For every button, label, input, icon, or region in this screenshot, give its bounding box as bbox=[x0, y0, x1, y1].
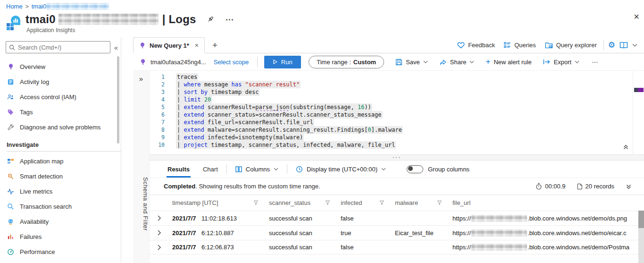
code-line-text: | where message has "scanner result" bbox=[176, 81, 301, 88]
page-title-suffix: | Logs bbox=[162, 13, 196, 26]
display-time-dropdown[interactable]: Display time (UTC+00:00) bbox=[296, 166, 386, 173]
code-line[interactable]: 6| extend scanner_status=scannerResult.s… bbox=[150, 111, 644, 119]
sidebar-item-access-control[interactable]: Access control (IAM) bbox=[0, 89, 121, 104]
breadcrumb-resource-link[interactable]: tmai0 bbox=[32, 3, 109, 10]
code-line[interactable]: 4| limit 20 bbox=[150, 96, 644, 103]
code-line[interactable]: 7| extend file_url=scannerResult.file_ur… bbox=[150, 119, 644, 126]
pin-icon[interactable] bbox=[207, 16, 214, 23]
sidebar-item-availability[interactable]: Availability bbox=[0, 214, 121, 229]
code-line[interactable]: 1traces bbox=[150, 73, 644, 81]
sidebar-item-transaction-search[interactable]: Transaction search bbox=[0, 199, 121, 214]
filter-funnel-icon[interactable] bbox=[379, 200, 385, 205]
sidebar-item-activity-log[interactable]: Activity log bbox=[0, 74, 121, 89]
tab-results[interactable]: Results bbox=[167, 166, 191, 173]
sidebar-item-diagnose[interactable]: Diagnose and solve problems bbox=[0, 119, 121, 135]
column-header-file_url[interactable]: file_url bbox=[449, 199, 644, 206]
columns-dropdown[interactable]: Columns bbox=[235, 166, 278, 173]
code-line-text: | extend scanner_status=scannerResult.sc… bbox=[176, 111, 383, 119]
run-button[interactable]: Run bbox=[264, 56, 301, 68]
sidebar-item-live-metrics[interactable]: Live metrics bbox=[0, 184, 121, 199]
expand-results-icon[interactable] bbox=[626, 184, 632, 189]
feedback-button[interactable]: Feedback bbox=[455, 42, 497, 49]
sidebar-item-tags[interactable]: Tags bbox=[0, 104, 121, 119]
run-icon bbox=[273, 59, 277, 64]
sidebar-scrollbar[interactable] bbox=[117, 56, 119, 144]
collapse-sidebar-icon[interactable]: « bbox=[114, 43, 118, 51]
sidebar-item-failures[interactable]: Failures bbox=[0, 229, 121, 244]
sidebar-item-performance[interactable]: Performance bbox=[0, 244, 121, 259]
collapse-editor-icon[interactable] bbox=[623, 144, 629, 152]
share-button[interactable]: Share bbox=[439, 59, 475, 66]
code-line[interactable]: 2| where message has "scanner result" bbox=[150, 81, 644, 88]
command-more-icon[interactable]: ⋯ bbox=[592, 59, 598, 66]
select-scope-link[interactable]: Select scope bbox=[214, 59, 249, 66]
table-scrollbar[interactable] bbox=[638, 211, 644, 263]
application-insights-logs-page: Home > tmai0 tmai0 | Logs bbox=[0, 0, 644, 263]
expand-row-icon[interactable] bbox=[154, 245, 168, 250]
query-status-bar: Completed. Showing results from the cust… bbox=[150, 178, 644, 195]
filter-funnel-icon[interactable] bbox=[325, 200, 330, 205]
results-table: timestamp [UTC]scanner_statusinfectedmal… bbox=[150, 195, 644, 263]
settings-gear-icon[interactable]: ⚙ bbox=[608, 40, 615, 50]
sidebar-search[interactable] bbox=[6, 41, 110, 53]
column-header-timestamp[interactable]: timestamp [UTC] bbox=[168, 199, 265, 206]
chevron-down-icon[interactable] bbox=[632, 43, 637, 47]
status-completed: Completed bbox=[164, 183, 195, 190]
bar-chart-icon bbox=[7, 233, 15, 240]
table-row[interactable]: 2021/7/76:12:06.873successful scanfalseh… bbox=[150, 240, 644, 255]
save-button[interactable]: Save bbox=[395, 59, 428, 66]
tab-new-query-1[interactable]: New Query 1* × bbox=[133, 37, 205, 53]
clock-icon bbox=[296, 166, 303, 173]
line-number: 1 bbox=[150, 73, 165, 81]
time-range-picker[interactable]: Time range : Custom bbox=[309, 56, 384, 68]
export-icon bbox=[543, 59, 551, 65]
code-line[interactable]: 9| extend infected=isnotempty(malware) bbox=[150, 134, 644, 141]
toolbar-divider bbox=[287, 164, 287, 174]
group-columns-toggle[interactable] bbox=[407, 165, 423, 173]
queries-button[interactable]: Queries bbox=[502, 42, 538, 49]
sidebar-item-smart-detection[interactable]: Smart detection bbox=[0, 169, 121, 184]
filter-funnel-icon[interactable] bbox=[437, 200, 442, 205]
query-editor[interactable]: 1traces2| where message has "scanner res… bbox=[150, 71, 644, 154]
expand-panel-icon[interactable]: » bbox=[133, 75, 149, 83]
sidebar-item-overview[interactable]: Overview bbox=[0, 59, 121, 74]
code-line[interactable]: 10| project timestamp, scanner_status, i… bbox=[150, 141, 644, 149]
editor-scrollbar[interactable] bbox=[633, 71, 644, 154]
stopwatch-icon bbox=[535, 183, 542, 190]
filter-funnel-icon[interactable] bbox=[253, 200, 259, 205]
sidebar-item-label: Activity log bbox=[20, 78, 49, 85]
column-header-malware[interactable]: malware bbox=[391, 199, 449, 206]
breadcrumb-home-link[interactable]: Home bbox=[6, 3, 23, 10]
expand-row-icon[interactable] bbox=[154, 230, 168, 236]
schema-filter-panel-collapsed[interactable]: » Schema and Filter bbox=[133, 71, 150, 263]
table-scrollbar-thumb[interactable] bbox=[638, 211, 644, 228]
new-alert-rule-button[interactable]: + New alert rule bbox=[485, 57, 531, 67]
search-input[interactable] bbox=[18, 44, 107, 51]
query-explorer-button[interactable]: Query explorer bbox=[543, 42, 599, 49]
sidebar-item-application-map[interactable]: Application map bbox=[0, 153, 121, 169]
new-tab-button[interactable]: + bbox=[212, 41, 217, 50]
query-tab-bar: New Query 1* × + Feedback Queries bbox=[133, 37, 644, 53]
export-button[interactable]: Export bbox=[543, 59, 580, 66]
query-lightbulb-icon bbox=[139, 42, 146, 49]
code-line[interactable]: 5| extend scannerResult=parse_json(subst… bbox=[150, 103, 644, 111]
tab-chart[interactable]: Chart bbox=[203, 166, 218, 173]
column-header-scanner_status[interactable]: scanner_status bbox=[265, 199, 337, 206]
code-line-text: traces bbox=[176, 73, 198, 81]
close-tab-icon[interactable]: × bbox=[195, 42, 199, 49]
code-line[interactable]: 3| sort by timestamp desc bbox=[150, 88, 644, 96]
table-row[interactable]: 2021/7/711:02:18.613successful scanfalse… bbox=[150, 211, 644, 225]
column-header-infected[interactable]: infected bbox=[337, 199, 391, 206]
splitter-handle[interactable]: ··· bbox=[393, 153, 401, 161]
code-line[interactable]: 8| extend malware=scannerResult.scanning… bbox=[150, 126, 644, 134]
lightbulb-icon bbox=[7, 63, 15, 70]
breadcrumb: Home > tmai0 bbox=[0, 0, 644, 11]
reference-book-icon[interactable] bbox=[619, 42, 628, 49]
expand-row-icon[interactable] bbox=[154, 215, 168, 221]
title-more-icon[interactable]: ⋯ bbox=[226, 15, 234, 25]
close-icon[interactable]: × bbox=[634, 12, 639, 21]
breadcrumb-separator: > bbox=[25, 3, 29, 10]
editor-results-splitter[interactable]: ··· bbox=[150, 154, 644, 161]
table-row[interactable]: 2021/7/76:12:10.887successful scantrueEi… bbox=[150, 225, 644, 240]
records-page-icon bbox=[577, 183, 583, 190]
